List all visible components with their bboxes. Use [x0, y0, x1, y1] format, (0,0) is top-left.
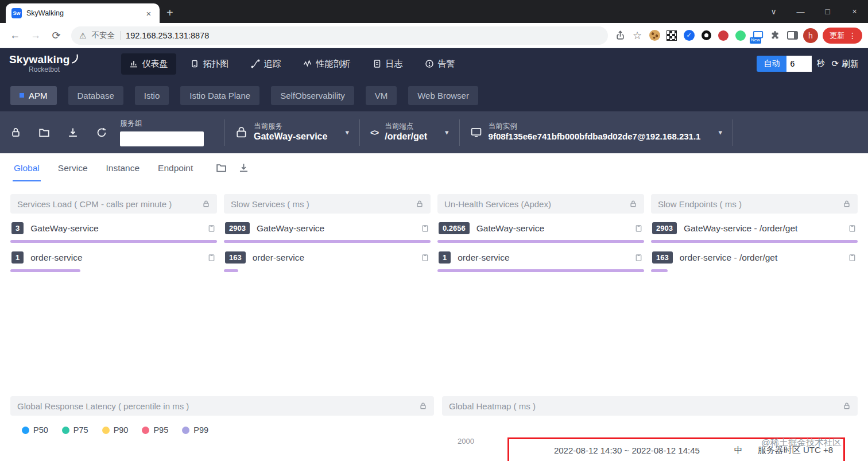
back-icon[interactable]: ← — [6, 26, 24, 45]
metric-row[interactable]: 1 order-service — [10, 251, 217, 272]
lock-icon[interactable] — [843, 402, 851, 410]
new-tab-button[interactable]: + — [166, 7, 173, 18]
chevron-down-icon[interactable]: ▾ — [718, 128, 722, 137]
clipboard-icon[interactable] — [421, 253, 429, 262]
tab-instance[interactable]: Instance — [105, 154, 141, 181]
browser-tab[interactable]: Sw SkyWalking × — [6, 3, 160, 23]
legend-item-p75[interactable]: P75 — [62, 425, 88, 435]
qr-extension-icon[interactable] — [665, 29, 678, 42]
nav-item-dashboard[interactable]: 仪表盘 — [121, 53, 176, 75]
subnav-item-database[interactable]: Database — [68, 86, 123, 105]
edit-lock-icon[interactable] — [10, 127, 21, 138]
chrome-update-button[interactable]: 更新 ⋮ — [823, 28, 862, 44]
new-window-extension-icon[interactable]: New — [751, 29, 764, 42]
subnav-item-web-browser[interactable]: Web Browser — [408, 86, 478, 105]
metric-row[interactable]: 3 GateWay-service — [10, 222, 217, 243]
clipboard-icon[interactable] — [848, 224, 857, 233]
skywalking-logo[interactable]: Skywalking Rocketbot — [9, 54, 79, 73]
nav-item-trace[interactable]: 追踪 — [243, 53, 289, 75]
lock-icon[interactable] — [416, 200, 424, 208]
service-group-input[interactable] — [120, 131, 204, 146]
nav-item-profiling[interactable]: 性能剖析 — [295, 53, 359, 75]
android-extension-icon[interactable] — [734, 29, 747, 42]
lock-icon[interactable] — [843, 200, 851, 208]
clipboard-icon[interactable] — [207, 253, 216, 262]
tab-list-chevron-icon[interactable]: ∨ — [760, 7, 787, 16]
current-service-selector[interactable]: 当前服务 GateWay-service ▾ — [235, 122, 349, 143]
subnav-item-apm[interactable]: APM — [10, 86, 57, 105]
forward-icon[interactable]: → — [26, 26, 45, 45]
chevron-down-icon[interactable]: ▾ — [445, 128, 449, 137]
metric-row[interactable]: 163 order-service - /order/get — [651, 251, 858, 272]
auto-refresh-button[interactable]: 自动 — [757, 56, 786, 72]
toolbar-divider — [224, 119, 225, 146]
extensions-puzzle-icon[interactable] — [769, 29, 781, 42]
legend-dot — [62, 427, 69, 434]
check-extension-icon[interactable]: ✓ — [683, 29, 695, 42]
legend-item-p90[interactable]: P90 — [102, 425, 129, 435]
metric-bar — [437, 240, 644, 243]
refresh-button[interactable]: ⟳ 刷新 — [831, 59, 859, 69]
tabs-export-icon[interactable] — [238, 162, 249, 173]
language-toggle[interactable]: 中 — [734, 445, 743, 456]
tab-endpoint[interactable]: Endpoint — [157, 154, 194, 181]
legend-item-p50[interactable]: P50 — [22, 425, 48, 435]
nav-item-log[interactable]: 日志 — [365, 53, 411, 75]
refresh-interval-input[interactable] — [786, 56, 812, 72]
metric-row[interactable]: 163 order-service — [224, 251, 431, 272]
browser-titlebar: Sw SkyWalking × + ∨ — □ × — [0, 0, 868, 23]
time-range-value[interactable]: 2022-08-12 14:30 ~ 2022-08-12 14:45 — [520, 445, 734, 455]
metric-row[interactable]: 1 order-service — [437, 251, 644, 272]
subnav-item-istio[interactable]: Istio — [135, 86, 169, 105]
url-text[interactable]: 192.168.253.131:8878 — [126, 31, 209, 40]
browser-menu-dots-icon[interactable]: ⋮ — [848, 31, 857, 40]
profile-avatar[interactable]: h — [803, 28, 818, 43]
lock-icon[interactable] — [419, 402, 427, 410]
interval-unit-label: 秒 — [816, 59, 824, 69]
window-maximize-button[interactable]: □ — [814, 7, 841, 16]
ring-extension-icon[interactable] — [700, 29, 712, 42]
legend-item-p99[interactable]: P99 — [182, 425, 208, 435]
tabs-folder-icon[interactable] — [216, 162, 227, 173]
subnav-item-vm[interactable]: VM — [366, 86, 397, 105]
current-instance-selector[interactable]: 当前实例 9f08f135e6e741bfb000bfdba9d02de7@19… — [470, 122, 722, 142]
window-minimize-button[interactable]: — — [787, 7, 814, 16]
folder-icon[interactable] — [38, 127, 50, 138]
metric-bar — [651, 269, 668, 272]
metric-row[interactable]: 2903 GateWay-service - /order/get — [651, 222, 858, 243]
import-download-icon[interactable] — [67, 127, 79, 138]
subnav-item-istio-data-plane[interactable]: Istio Data Plane — [180, 86, 259, 105]
lock-icon[interactable] — [629, 200, 637, 208]
clipboard-icon[interactable] — [634, 253, 643, 262]
metric-bar — [437, 269, 644, 272]
metric-row[interactable]: 2903 GateWay-service — [224, 222, 431, 243]
metric-row[interactable]: 0.2656 GateWay-service — [437, 222, 644, 243]
clipboard-icon[interactable] — [421, 224, 429, 233]
share-icon[interactable] — [614, 29, 626, 42]
card-services-load: Services Load ( CPM - calls per minute )… — [10, 194, 217, 272]
tab-global[interactable]: Global — [13, 154, 41, 181]
not-secure-warning-icon[interactable]: ⚠ — [79, 31, 87, 40]
reload-icon[interactable]: ⟳ — [47, 26, 65, 45]
tab-close-icon[interactable]: × — [144, 8, 154, 18]
clipboard-icon[interactable] — [634, 224, 643, 233]
nav-item-topology[interactable]: 拓扑图 — [182, 53, 237, 75]
window-close-button[interactable]: × — [841, 7, 868, 16]
chevron-down-icon[interactable]: ▾ — [345, 128, 349, 137]
tab-service[interactable]: Service — [57, 154, 89, 181]
nav-item-alarm[interactable]: 告警 — [417, 53, 463, 75]
clipboard-icon[interactable] — [848, 253, 857, 262]
bookmark-star-icon[interactable]: ☆ — [631, 29, 644, 42]
current-service-label: 当前服务 — [254, 122, 327, 131]
clipboard-icon[interactable] — [207, 224, 216, 233]
current-endpoint-selector[interactable]: <> 当前端点 /order/get ▾ — [370, 122, 449, 143]
red-extension-icon[interactable] — [717, 29, 730, 42]
cookie-extension-icon[interactable] — [648, 29, 661, 42]
legend-label: P90 — [114, 425, 129, 435]
subnav-item-selfobservability[interactable]: SelfObservability — [271, 86, 354, 105]
sync-icon[interactable] — [96, 127, 107, 138]
address-bar[interactable]: ⚠ 不安全 192.168.253.131:8878 — [71, 26, 608, 45]
legend-item-p95[interactable]: P95 — [142, 425, 168, 435]
lock-icon[interactable] — [202, 200, 210, 208]
side-panel-icon[interactable] — [786, 29, 799, 42]
